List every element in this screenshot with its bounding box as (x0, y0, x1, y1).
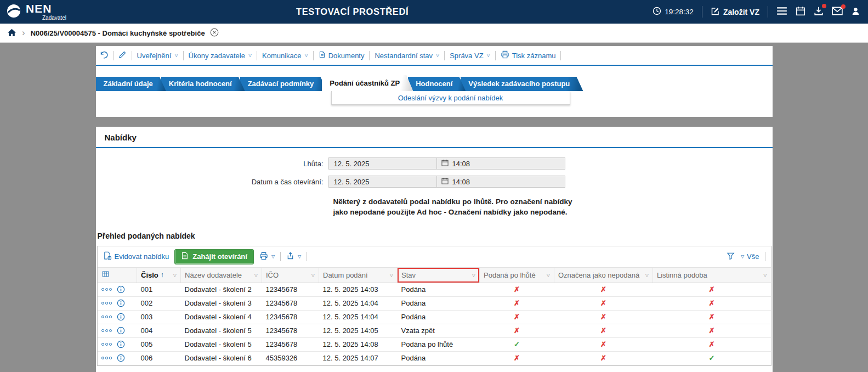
column-header-ico[interactable]: IČO ▽ (262, 267, 319, 283)
dropdown-arrow-icon: ▽ (305, 53, 308, 58)
mark-icon: ✗ (514, 326, 520, 335)
separator (280, 252, 281, 261)
cell-oznacena-nepodana: ✗ (554, 296, 653, 310)
cell-datum: 12. 5. 2025 14:03 (319, 283, 398, 296)
column-label: Označena jako nepodaná (558, 271, 639, 279)
column-filter-button[interactable]: ▽ (472, 273, 475, 278)
row-info-button[interactable] (117, 285, 125, 294)
column-filter-button[interactable]: ▽ (645, 273, 649, 278)
cell-podana-po-lhute: ✗ (480, 324, 554, 337)
cell-oznacena-nepodana: ✗ (554, 283, 653, 296)
cell-datum: 12. 5. 2025 14:04 (319, 310, 398, 324)
row-info-button[interactable] (117, 326, 125, 335)
row-actions-button[interactable] (101, 302, 112, 305)
evidovat-nabidku-button[interactable]: Evidovat nabídku (103, 251, 169, 262)
deadline-form: Lhůta: 12. 5. 2025 14:08 Datum a čas ote… (96, 148, 773, 218)
column-filter-button[interactable]: ▽ (547, 273, 550, 278)
messages-button[interactable] (832, 7, 843, 17)
row-info-button[interactable] (117, 340, 125, 348)
tab-5[interactable]: Hodnocení (408, 77, 466, 91)
register-offer-icon (103, 251, 112, 262)
offers-actionbar: Evidovat nabídku Zahájit otevírání ▽ (98, 246, 771, 267)
time-text: 19:28:32 (665, 8, 694, 16)
tab-4[interactable]: Podání účastníků ZP (322, 75, 413, 91)
home-button[interactable] (7, 28, 16, 38)
menu-nestandardni-stav[interactable]: Nestandardní stav ▽ (375, 52, 439, 60)
tab-1[interactable]: Základní údaje (96, 77, 166, 91)
row-actions-button[interactable] (101, 288, 112, 291)
zahajit-otevirani-button[interactable]: Zahájit otevírání (174, 249, 254, 264)
hamburger-icon (776, 7, 787, 17)
profile-button[interactable] (851, 7, 860, 18)
breadcrumb-item[interactable]: N006/25/V00004575 - Domácí kuchyňské spo… (31, 28, 219, 38)
column-header-datum[interactable]: Datum podání ▽ (319, 267, 398, 283)
calendar-icon (441, 159, 449, 168)
row-actions-button[interactable] (101, 357, 112, 359)
create-vz-label: Založit VZ (723, 8, 759, 16)
cell-podana-po-lhute: ✗ (480, 296, 554, 310)
column-header-listinna[interactable]: Listinná podoba ▽ (653, 267, 771, 283)
mark-icon: ✗ (600, 299, 606, 307)
downloads-button[interactable] (814, 6, 824, 18)
cell-stav: Podána (398, 283, 480, 296)
create-vz-button[interactable]: Založit VZ (711, 7, 759, 18)
column-header-nepodana[interactable]: Označena jako nepodaná ▽ (554, 267, 653, 283)
grid-settings-icon (101, 270, 110, 279)
column-filter-button[interactable]: ▽ (311, 273, 315, 278)
export-button[interactable]: ▽ (286, 252, 301, 262)
column-header-dodavatel[interactable]: Název dodavatele ▽ (181, 267, 262, 283)
cell-listinna-podoba: ✗ (653, 324, 771, 337)
separator (495, 51, 496, 60)
menu-uverejneni[interactable]: Uveřejnění ▽ (137, 52, 178, 60)
menu-button[interactable] (776, 7, 787, 17)
breadcrumb: › N006/25/V00004575 - Domácí kuchyňské s… (0, 24, 868, 43)
menu-tisk-zaznamu[interactable]: Tisk záznamu (501, 50, 556, 60)
lhuta-field[interactable]: 12. 5. 2025 14:08 (328, 157, 565, 170)
otevirani-date-input[interactable]: 12. 5. 2025 (329, 178, 436, 186)
row-info-button[interactable] (117, 299, 125, 307)
lhuta-time-input[interactable]: 14:08 (437, 159, 470, 168)
mark-icon: ✗ (514, 299, 520, 307)
column-filter-button[interactable]: ▽ (390, 273, 393, 278)
column-header-cislo[interactable]: Číslo ↑ ▽ (137, 267, 181, 283)
column-filter-button[interactable]: ▽ (173, 273, 177, 278)
tab-2[interactable]: Kritéria hodnocení (161, 77, 245, 91)
row-info-button[interactable] (117, 313, 125, 321)
column-header-po-lhute[interactable]: Podaná po lhůtě ▽ (480, 267, 554, 283)
row-actions-button[interactable] (101, 343, 112, 346)
edit-button[interactable] (118, 50, 127, 60)
table-row: 002 Dodavatel - školení 3 12345678 12. 5… (98, 296, 771, 310)
column-filter-button[interactable]: ▽ (254, 273, 258, 278)
cell-actions (98, 310, 137, 324)
send-offers-call-link[interactable]: Odeslání výzvy k podání nabídek (398, 94, 503, 102)
tab-6[interactable]: Výsledek zadávacího postupu (461, 77, 583, 91)
nen-logo[interactable]: NEN Zadavatel (5, 3, 66, 21)
tab-3[interactable]: Zadávací podmínky (240, 77, 327, 91)
cell-dodavatel: Dodavatel - školení 5 (181, 324, 262, 337)
export-icon (286, 252, 294, 262)
menu-ukony-zadavatele[interactable]: Úkony zadavatele ▽ (189, 52, 252, 60)
cell-actions (98, 351, 137, 365)
cell-stav: Podána (398, 296, 480, 310)
column-filter-button[interactable]: ▽ (763, 273, 767, 278)
otevirani-time-input[interactable]: 14:08 (437, 177, 470, 186)
close-record-button[interactable] (210, 28, 219, 38)
otevirani-label: Datum a čas otevírání: (96, 178, 328, 186)
row-actions-button[interactable] (101, 329, 112, 332)
menu-sprava-vz[interactable]: Správa VZ ▽ (450, 52, 490, 60)
mark-icon: ✗ (514, 285, 520, 294)
menu-komunikace[interactable]: Komunikace ▽ (262, 52, 308, 60)
otevirani-field[interactable]: 12. 5. 2025 14:08 (328, 176, 565, 188)
back-button[interactable] (99, 50, 108, 61)
print-button[interactable]: ▽ (259, 252, 275, 262)
lhuta-date-input[interactable]: 12. 5. 2025 (329, 160, 436, 168)
calendar-button[interactable] (796, 6, 805, 18)
column-header-stav[interactable]: Stav ▽ (398, 267, 480, 283)
cell-actions (98, 337, 137, 351)
menu-dokumenty[interactable]: Dokumenty (319, 50, 365, 60)
row-info-button[interactable] (117, 354, 125, 362)
filter-vse-button[interactable]: ▽ Vše (740, 252, 759, 261)
column-header-settings[interactable] (98, 267, 137, 283)
row-actions-button[interactable] (101, 315, 112, 318)
filter-button[interactable] (727, 252, 735, 262)
